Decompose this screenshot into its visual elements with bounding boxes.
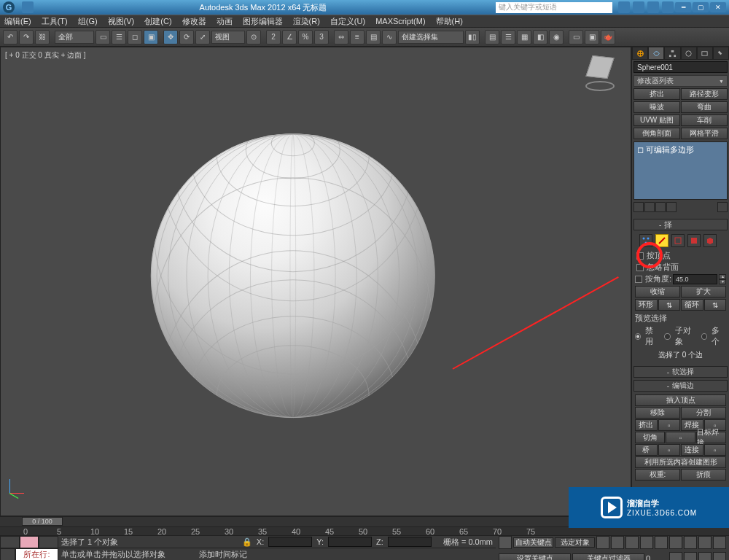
- viewport-nav4-button[interactable]: [713, 536, 726, 549]
- menu-help[interactable]: 帮助(H): [436, 16, 463, 27]
- subobj-border-button[interactable]: [671, 234, 685, 247]
- angle-spinner-buttons[interactable]: ▴▾: [719, 274, 726, 284]
- link-button[interactable]: ⛓: [35, 30, 50, 44]
- preview-subobj-radio[interactable]: [664, 333, 670, 340]
- viewcube-ring-icon[interactable]: [585, 81, 615, 91]
- shrink-button[interactable]: 收缩: [635, 286, 680, 298]
- menu-render[interactable]: 渲染(R): [293, 16, 320, 27]
- render-button[interactable]: 🫖: [601, 30, 615, 44]
- menu-group[interactable]: 组(G): [78, 16, 98, 27]
- tab-modify[interactable]: [648, 47, 664, 60]
- remove-mod-button[interactable]: [666, 202, 677, 212]
- maxscript-mini-button[interactable]: [0, 536, 20, 548]
- mod-extrude-button[interactable]: 挤出: [634, 88, 680, 100]
- viewport-label[interactable]: [ + 0 正交 0 真实 + 边面 ]: [5, 50, 86, 61]
- render-setup-button[interactable]: ▭: [569, 30, 583, 44]
- loop-spin[interactable]: ⇅: [704, 299, 727, 311]
- key-mode-button[interactable]: [499, 536, 512, 549]
- ring-spin[interactable]: ⇅: [658, 299, 681, 311]
- coord-y-input[interactable]: [328, 537, 372, 547]
- rotate-button[interactable]: ⟳: [179, 30, 194, 44]
- crease-button[interactable]: 折痕: [681, 469, 726, 481]
- autokey-button[interactable]: 自动关键点: [513, 537, 553, 548]
- remove-button[interactable]: 移除: [635, 407, 680, 419]
- nav8-button[interactable]: [713, 552, 726, 560]
- menu-anim[interactable]: 动画: [217, 16, 233, 27]
- selkey-dropdown[interactable]: 选定对象: [555, 537, 595, 548]
- menu-modifier[interactable]: 修改器: [182, 16, 206, 27]
- nav7-button[interactable]: [698, 552, 712, 560]
- subobj-element-button[interactable]: [703, 234, 717, 247]
- viewcube[interactable]: [584, 56, 616, 88]
- keyfilter-button[interactable]: 关键点过滤器: [572, 553, 644, 560]
- mod-bend-button[interactable]: 弯曲: [681, 101, 728, 113]
- create-shape-button[interactable]: 利用所选内容创建图形: [635, 456, 726, 468]
- pin-stack-button[interactable]: [634, 202, 644, 212]
- object-name-field[interactable]: Sphere001: [634, 61, 728, 73]
- select-button[interactable]: ▭: [95, 30, 110, 44]
- spinner-snap-button[interactable]: 3: [314, 30, 329, 44]
- nav5-button[interactable]: [669, 552, 682, 560]
- favorite-icon[interactable]: [647, 1, 659, 13]
- infocenter-icon[interactable]: [618, 1, 630, 13]
- show-end-button[interactable]: [644, 202, 655, 212]
- setkey-button[interactable]: 设置关键点: [499, 553, 571, 560]
- split-button[interactable]: 分割: [681, 407, 726, 419]
- subobj-polygon-button[interactable]: [687, 234, 701, 247]
- layer-button[interactable]: ▤: [366, 30, 381, 44]
- viewcube-cube-icon[interactable]: [585, 55, 614, 79]
- weight-button[interactable]: 权重:: [635, 469, 680, 481]
- selection-filter-dropdown[interactable]: 全部: [55, 31, 94, 44]
- viewport[interactable]: [ + 0 正交 0 真实 + 边面 ]: [0, 47, 631, 516]
- tab-hierarchy[interactable]: [664, 47, 680, 60]
- select-name-button[interactable]: ☰: [112, 30, 126, 44]
- modifier-list-dropdown[interactable]: 修改器列表: [634, 75, 728, 87]
- prev-key-button[interactable]: [596, 536, 609, 549]
- help-icon[interactable]: [662, 1, 674, 13]
- extrude-settings-button[interactable]: ▫: [658, 419, 681, 431]
- minimize-button[interactable]: ━: [675, 2, 691, 12]
- align2-button[interactable]: ▤: [485, 30, 499, 44]
- render-frame-button[interactable]: ▣: [585, 30, 599, 44]
- angle-spinner[interactable]: 45.0: [673, 274, 717, 284]
- mirror-button[interactable]: ⇔: [334, 30, 348, 44]
- help-search-input[interactable]: 键入关键字或短语: [496, 2, 612, 13]
- menu-maxscript[interactable]: MAXScript(M): [375, 17, 425, 26]
- lock-icon[interactable]: 🔒: [242, 537, 252, 547]
- connect-settings-button[interactable]: ▫: [704, 444, 727, 456]
- modifier-stack[interactable]: ◻ 可编辑多边形: [634, 141, 728, 200]
- menu-custom[interactable]: 自定义(U): [330, 16, 365, 27]
- align-button[interactable]: ≡: [350, 30, 364, 44]
- configure-button[interactable]: [717, 202, 728, 212]
- current-frame-input[interactable]: 0: [646, 554, 668, 560]
- nav6-button[interactable]: [684, 552, 697, 560]
- bridge-button[interactable]: 桥: [635, 444, 658, 456]
- viewport-nav3-button[interactable]: [698, 536, 712, 549]
- redo-button[interactable]: ↷: [19, 30, 34, 44]
- time-config-button[interactable]: [655, 536, 668, 549]
- mod-pathdeform-button[interactable]: 路径变形: [681, 88, 728, 100]
- undo-button[interactable]: ↶: [3, 30, 17, 44]
- add-time-tag-button[interactable]: 添加时间标记: [199, 549, 247, 560]
- snap-2d-button[interactable]: 2: [266, 30, 281, 44]
- viewport-nav2-button[interactable]: [684, 536, 697, 549]
- coord-x-input[interactable]: [268, 537, 312, 547]
- tab-motion[interactable]: [681, 47, 697, 60]
- next-key-button[interactable]: [625, 536, 639, 549]
- menu-view[interactable]: 视图(V): [108, 16, 135, 27]
- preview-off-radio[interactable]: [635, 333, 641, 340]
- select-rect-button[interactable]: ◻: [128, 30, 142, 44]
- window-crossing-button[interactable]: ▣: [144, 30, 158, 44]
- loop-button[interactable]: 循环: [681, 299, 703, 311]
- named-selset-dropdown[interactable]: 创建选择集: [398, 31, 464, 44]
- unique-button[interactable]: [655, 202, 666, 212]
- time-slider-handle[interactable]: 0 / 100: [22, 517, 63, 526]
- signin-icon[interactable]: [633, 1, 644, 13]
- coord-sys-dropdown[interactable]: 视图: [211, 31, 245, 44]
- curve-editor-button[interactable]: ∿: [382, 30, 397, 44]
- goto-end-button[interactable]: [640, 536, 653, 549]
- extrude-button[interactable]: 挤出: [635, 419, 658, 431]
- move-button[interactable]: ✥: [163, 30, 178, 44]
- chamfer-settings-button[interactable]: ▫: [666, 432, 695, 443]
- insert-vertex-button[interactable]: 插入顶点: [635, 394, 726, 406]
